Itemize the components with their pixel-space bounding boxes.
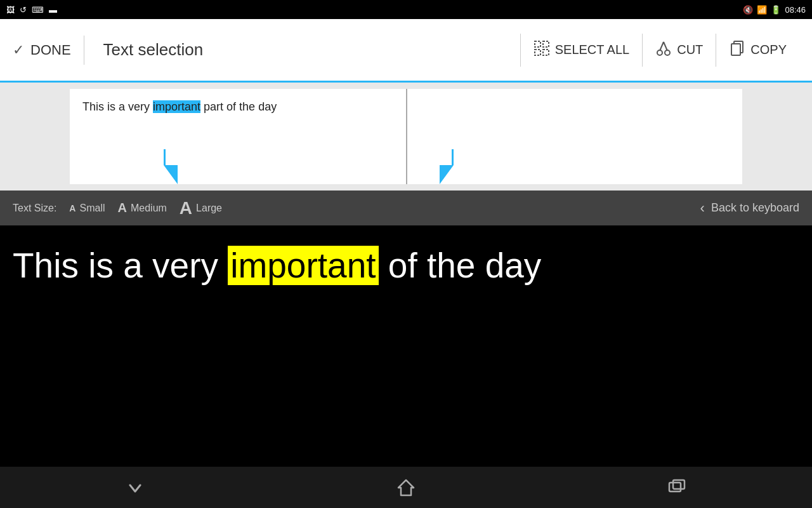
svg-rect-12	[673, 480, 684, 489]
copy-icon	[729, 40, 745, 60]
cursor-line	[406, 89, 407, 184]
text-size-bar: Text Size: A Small A Medium A Large ‹ Ba…	[0, 190, 812, 225]
gallery-icon: 🖼	[6, 5, 15, 15]
mute-icon: 🔇	[743, 5, 753, 15]
text-size-small[interactable]: A Small	[69, 203, 105, 214]
back-to-keyboard-button[interactable]: ‹ Back to keyboard	[700, 200, 799, 217]
select-all-icon	[534, 40, 550, 60]
status-bar-left: 🖼 ↺ ⌨ ▬	[6, 5, 57, 15]
keyboard-icon: ⌨	[32, 5, 44, 15]
selection-handle-left	[164, 149, 183, 184]
large-label: Large	[196, 203, 222, 214]
small-a-icon: A	[69, 203, 75, 213]
copy-label: COPY	[750, 43, 787, 57]
selected-text-editor: important	[153, 100, 200, 113]
svg-line-7	[664, 42, 667, 51]
select-all-label: SELECT ALL	[555, 43, 629, 57]
home-nav-button[interactable]	[396, 478, 416, 498]
text-size-medium[interactable]: A Medium	[118, 201, 167, 215]
svg-marker-10	[398, 480, 414, 495]
cut-label: CUT	[677, 43, 703, 57]
checkmark-icon: ✓	[13, 42, 24, 58]
title-section: Text selection	[84, 40, 520, 60]
preview-text-before: This is a very	[13, 246, 228, 285]
svg-point-4	[657, 50, 662, 55]
large-preview-text: This is a very important of the day	[13, 244, 799, 286]
svg-rect-3	[543, 50, 549, 55]
done-button[interactable]: ✓ DONE	[13, 36, 84, 65]
clock: 08:46	[785, 5, 806, 15]
preview-highlighted-text: important	[228, 246, 378, 285]
nav-bar	[0, 467, 812, 508]
done-label: DONE	[30, 42, 71, 58]
large-preview: This is a very important of the day	[0, 225, 812, 441]
medium-a-icon: A	[118, 201, 127, 215]
status-bar-right: 🔇 📶 🔋 08:46	[743, 5, 806, 15]
chevron-left-icon: ‹	[700, 200, 705, 217]
svg-rect-9	[731, 44, 740, 55]
editor-content[interactable]: This is a very important part of the day	[70, 89, 742, 184]
preview-text-after: of the day	[379, 246, 542, 285]
status-bar: 🖼 ↺ ⌨ ▬ 🔇 📶 🔋 08:46	[0, 0, 812, 19]
large-a-icon: A	[180, 198, 192, 218]
wifi-icon: 📶	[757, 5, 767, 15]
recents-nav-button[interactable]	[667, 478, 687, 498]
small-label: Small	[79, 203, 105, 214]
action-buttons: SELECT ALL CUT COPY	[520, 34, 799, 67]
copy-button[interactable]: COPY	[716, 34, 799, 67]
svg-rect-1	[543, 41, 549, 47]
svg-rect-11	[669, 483, 681, 491]
svg-rect-2	[535, 50, 540, 55]
editor-text: This is a very important part of the day	[82, 100, 277, 113]
cut-icon	[655, 40, 672, 60]
back-to-keyboard-label: Back to keyboard	[711, 201, 799, 215]
refresh-icon: ↺	[20, 5, 27, 15]
svg-point-5	[665, 50, 670, 55]
svg-rect-0	[535, 41, 540, 47]
battery-icon: ▬	[49, 5, 57, 15]
svg-line-6	[660, 42, 664, 51]
page-title: Text selection	[103, 40, 204, 59]
editor-area: This is a very important part of the day	[0, 83, 812, 190]
text-size-options: A Small A Medium A Large	[69, 198, 222, 218]
text-size-large[interactable]: A Large	[180, 198, 222, 218]
battery-indicator: 🔋	[771, 5, 781, 15]
action-bar: ✓ DONE Text selection SELECT ALL	[0, 19, 812, 83]
text-size-label: Text Size:	[13, 203, 56, 214]
select-all-button[interactable]: SELECT ALL	[520, 34, 642, 67]
medium-label: Medium	[131, 203, 167, 214]
cut-button[interactable]: CUT	[642, 34, 716, 67]
selection-handle-right	[435, 149, 454, 184]
back-nav-button[interactable]	[125, 478, 145, 498]
